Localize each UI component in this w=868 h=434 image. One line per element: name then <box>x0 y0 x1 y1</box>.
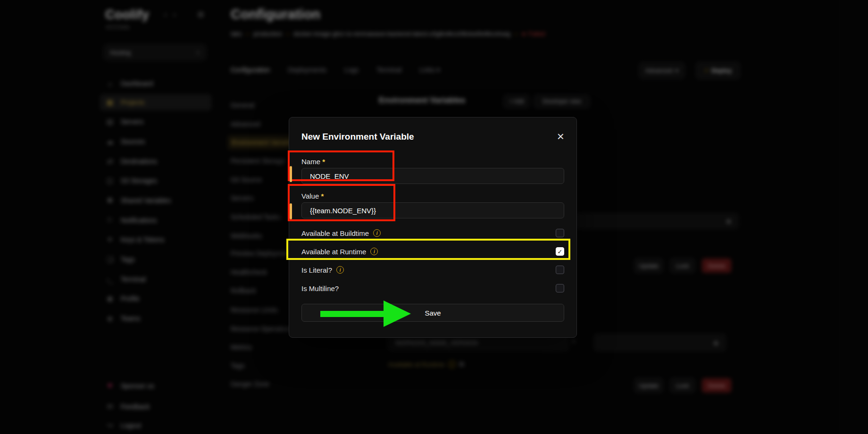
info-icon[interactable]: i <box>373 229 381 237</box>
buildtime-label: Available at Buildtime <box>301 229 369 237</box>
required-asterisk: * <box>322 158 325 166</box>
required-asterisk: * <box>321 192 324 200</box>
multiline-checkbox[interactable] <box>556 284 564 292</box>
required-indicator-bar <box>290 203 292 219</box>
runtime-label: Available at Runtime <box>301 248 366 256</box>
literal-label: Is Literal? <box>301 266 332 274</box>
info-icon[interactable]: i <box>370 248 378 255</box>
multiline-label: Is Multiline? <box>301 284 339 292</box>
new-env-variable-modal: New Environment Variable × Name * Value … <box>289 117 577 338</box>
checkmark-icon: ✓ <box>558 248 563 255</box>
name-input[interactable] <box>301 168 564 184</box>
value-field-label: Value * <box>301 192 564 200</box>
info-icon[interactable]: i <box>336 266 344 274</box>
name-field-label: Name * <box>301 158 564 166</box>
save-button[interactable]: Save <box>301 304 564 322</box>
runtime-checkbox[interactable]: ✓ <box>556 247 564 256</box>
buildtime-toggle-row: Available at Buildtime i <box>301 228 564 238</box>
close-icon[interactable]: × <box>557 132 564 141</box>
literal-toggle-row: Is Literal? i <box>301 265 564 275</box>
literal-checkbox[interactable] <box>556 266 564 274</box>
multiline-toggle-row: Is Multiline? <box>301 284 564 293</box>
buildtime-checkbox[interactable] <box>556 229 564 237</box>
app-window: Coolify v4.0.0-beta ‹ › ⚙ Hosting + ⌂ Da… <box>0 0 868 434</box>
runtime-toggle-row: Available at Runtime i ✓ <box>301 247 564 256</box>
modal-title: New Environment Variable <box>301 132 414 142</box>
required-indicator-bar <box>290 166 292 182</box>
value-input[interactable] <box>301 202 564 218</box>
